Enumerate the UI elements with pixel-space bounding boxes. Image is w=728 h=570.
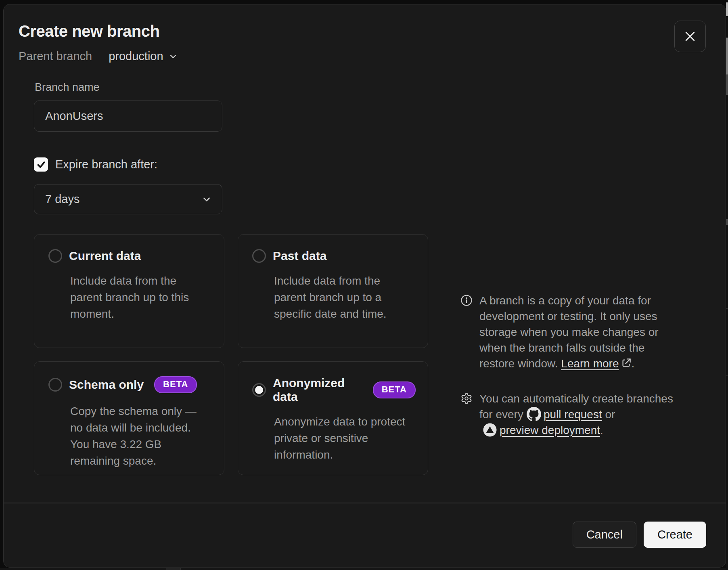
- beta-badge: BETA: [373, 381, 416, 398]
- github-icon: [527, 407, 541, 421]
- automation-info-text: You can automatically create branches fo…: [479, 391, 681, 438]
- option-title: Current data: [69, 249, 141, 263]
- info-circle-icon: [460, 294, 473, 306]
- external-link-icon: [621, 358, 632, 369]
- dialog-title: Create new branch: [19, 22, 159, 40]
- automation-info-suffix: .: [600, 424, 603, 436]
- parent-branch-row: Parent branch production: [19, 50, 178, 63]
- radio-schema-only[interactable]: [48, 378, 62, 392]
- footer-buttons: Cancel Create: [573, 522, 706, 548]
- option-card-past-data[interactable]: Past data Include data from the parent b…: [238, 234, 428, 348]
- branch-name-label: Branch name: [35, 81, 100, 94]
- page-behind-fragment: [726, 2, 728, 16]
- option-title: Past data: [273, 249, 326, 263]
- x-icon: [683, 29, 697, 43]
- option-card-schema-only[interactable]: Schema only BETA Copy the schema only — …: [34, 361, 224, 475]
- create-button[interactable]: Create: [644, 522, 706, 548]
- option-description: Anonymize data to protect private or sen…: [274, 413, 416, 463]
- info-panel: A branch is a copy of your data for deve…: [460, 293, 686, 438]
- scrollbar-thumb[interactable]: [726, 38, 728, 75]
- option-card-anonymized-data[interactable]: Anonymized data BETA Anonymize data to p…: [238, 361, 428, 475]
- chevron-down-icon: [168, 52, 178, 61]
- option-description: Include data from the parent branch up t…: [70, 272, 212, 322]
- branch-info-suffix: .: [632, 357, 635, 370]
- create-branch-dialog: Create new branch Parent branch producti…: [3, 4, 726, 568]
- page-behind-fragment: [166, 568, 181, 570]
- radio-current-data[interactable]: [48, 249, 62, 263]
- chevron-down-icon: [201, 194, 212, 205]
- close-button[interactable]: [674, 21, 706, 52]
- pull-request-link[interactable]: pull request: [544, 408, 602, 421]
- page-behind-right-edge: [726, 0, 728, 570]
- data-option-cards: Current data Include data from the paren…: [34, 234, 428, 475]
- cancel-button[interactable]: Cancel: [573, 522, 636, 548]
- automation-info-item: You can automatically create branches fo…: [460, 391, 686, 438]
- automation-info-or: or: [605, 408, 615, 421]
- option-card-current-data[interactable]: Current data Include data from the paren…: [34, 234, 224, 348]
- check-icon: [36, 159, 46, 170]
- vercel-triangle-icon: [483, 423, 497, 437]
- option-description: Copy the schema only — no data will be i…: [70, 403, 212, 469]
- page-behind-bottom-edge: [0, 568, 726, 570]
- preview-deployment-link[interactable]: preview deployment: [500, 424, 600, 436]
- page-behind-fragment: [726, 375, 728, 376]
- expire-duration-select[interactable]: 7 days: [34, 184, 222, 214]
- page-behind-fragment: [726, 219, 728, 225]
- page-behind-fragment: [726, 308, 728, 309]
- parent-branch-selector[interactable]: production: [109, 50, 178, 63]
- parent-branch-value: production: [109, 50, 163, 63]
- learn-more-link[interactable]: Learn more: [561, 357, 619, 370]
- expire-checkbox[interactable]: [34, 157, 48, 172]
- parent-branch-label: Parent branch: [19, 50, 92, 63]
- branch-name-input[interactable]: [34, 101, 222, 132]
- gear-icon: [460, 392, 473, 404]
- expire-checkbox-label: Expire branch after:: [55, 158, 157, 171]
- beta-badge: BETA: [154, 376, 197, 393]
- option-title: Schema only: [69, 378, 144, 392]
- radio-past-data[interactable]: [252, 249, 266, 263]
- footer-divider: [4, 503, 726, 503]
- expire-checkbox-row[interactable]: Expire branch after:: [34, 157, 157, 172]
- page-behind-fragment: [726, 75, 728, 95]
- branch-info-text: A branch is a copy of your data for deve…: [479, 293, 681, 371]
- option-title: Anonymized data: [273, 376, 362, 404]
- expire-duration-value: 7 days: [45, 193, 79, 206]
- option-description: Include data from the parent branch up t…: [274, 272, 416, 322]
- radio-anonymized-data[interactable]: [252, 383, 266, 397]
- branch-info-item: A branch is a copy of your data for deve…: [460, 293, 686, 371]
